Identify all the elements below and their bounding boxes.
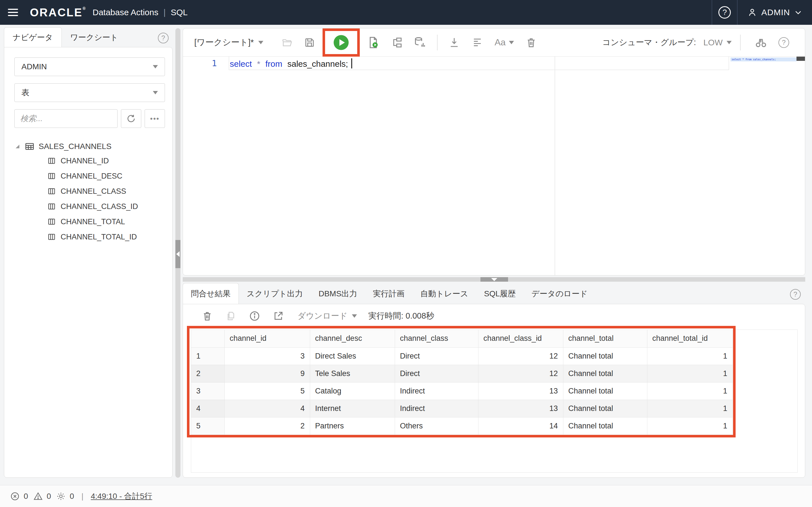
tree-node-sales-channels[interactable]: SALES_CHANNELS (14, 142, 165, 152)
info-button[interactable] (249, 311, 260, 322)
column-header[interactable]: channel_class (395, 330, 478, 347)
more-options-button[interactable]: ••• (145, 109, 165, 128)
cell-channel-total-id[interactable]: 1 (647, 400, 732, 417)
cell-channel-id[interactable]: 2 (224, 417, 310, 435)
table-row[interactable]: 5 2 Partners Others 14 Channel total 1 (191, 417, 732, 435)
format-button[interactable] (471, 37, 483, 48)
worksheet-name-dropdown[interactable]: [ワークシート]* (194, 37, 263, 48)
cell-channel-total[interactable]: Channel total (563, 382, 647, 400)
copy-results-button[interactable] (225, 311, 237, 322)
save-button[interactable] (304, 37, 315, 48)
worksheet-help-button[interactable]: ? (778, 37, 789, 48)
schema-select[interactable]: ADMIN (14, 57, 165, 76)
cell-channel-class-id[interactable]: 14 (478, 417, 563, 435)
discard-results-button[interactable] (202, 311, 213, 322)
cell-channel-total-id[interactable]: 1 (647, 347, 732, 365)
cell-channel-id[interactable]: 5 (224, 382, 310, 400)
find-button[interactable] (755, 36, 767, 49)
explain-plan-button[interactable] (391, 37, 403, 48)
hamburger-menu-icon[interactable] (8, 9, 18, 16)
tab-sql-history[interactable]: SQL履歴 (476, 283, 523, 304)
run-script-button[interactable] (367, 36, 379, 49)
info-icon (249, 311, 260, 322)
tab-script-output[interactable]: スクリプト出力 (239, 283, 311, 304)
clear-worksheet-button[interactable] (525, 37, 537, 48)
column-header[interactable]: channel_total (563, 330, 647, 347)
results-collapse-handle[interactable] (480, 277, 508, 282)
cell-channel-desc[interactable]: Partners (310, 417, 395, 435)
open-in-new-button[interactable] (273, 311, 284, 322)
cell-channel-class[interactable]: Indirect (395, 400, 478, 417)
download-results-dropdown[interactable]: ダウンロード (297, 311, 357, 322)
table-row[interactable]: 3 5 Catalog Indirect 13 Channel total 1 (191, 382, 732, 400)
tree-column-channel-class[interactable]: CHANNEL_CLASS (14, 184, 165, 199)
column-header[interactable]: channel_total_id (647, 330, 732, 347)
cell-channel-total[interactable]: Channel total (563, 365, 647, 382)
object-type-select[interactable]: 表 (14, 83, 165, 102)
cell-channel-desc[interactable]: Direct Sales (310, 347, 395, 365)
editor-minimap[interactable]: select * from sales_channels; (730, 57, 797, 61)
cell-channel-class[interactable]: Direct (395, 365, 478, 382)
cell-channel-class-id[interactable]: 12 (478, 365, 563, 382)
cell-channel-class[interactable]: Indirect (395, 382, 478, 400)
row-number-header[interactable] (191, 330, 224, 347)
cell-channel-class[interactable]: Direct (395, 347, 478, 365)
explain-plan-icon (391, 37, 403, 48)
tab-dbms-output[interactable]: DBMS出力 (311, 283, 365, 304)
cell-channel-desc[interactable]: Catalog (310, 382, 395, 400)
cell-channel-id[interactable]: 4 (224, 400, 310, 417)
history-timestamp-link[interactable]: 4:49:10 - 合計5行 (91, 491, 152, 502)
editor-scrollbar-thumb[interactable] (797, 57, 805, 61)
cell-channel-desc[interactable]: Tele Sales (310, 365, 395, 382)
column-header[interactable]: channel_id (224, 330, 310, 347)
tab-explain-plan[interactable]: 実行計画 (365, 283, 412, 304)
column-header[interactable]: channel_desc (310, 330, 395, 347)
user-menu[interactable]: ADMIN (738, 7, 812, 17)
cell-channel-id[interactable]: 9 (224, 365, 310, 382)
sql-editor[interactable]: 1 select * from sales_channels; select *… (183, 57, 805, 275)
table-row[interactable]: 1 3 Direct Sales Direct 12 Channel total… (191, 347, 732, 365)
cell-channel-total-id[interactable]: 1 (647, 365, 732, 382)
cell-channel-total[interactable]: Channel total (563, 400, 647, 417)
cell-channel-total[interactable]: Channel total (563, 347, 647, 365)
tab-worksheet[interactable]: ワークシート (62, 27, 127, 47)
table-row[interactable]: 2 9 Tele Sales Direct 12 Channel total 1 (191, 365, 732, 382)
refresh-button[interactable] (121, 109, 141, 128)
help-icon: ? (778, 37, 789, 48)
cell-channel-desc[interactable]: Internet (310, 400, 395, 417)
cell-channel-total-id[interactable]: 1 (647, 382, 732, 400)
column-header[interactable]: channel_class_id (478, 330, 563, 347)
cell-channel-class-id[interactable]: 12 (478, 347, 563, 365)
cell-channel-class-id[interactable]: 13 (478, 400, 563, 417)
tab-navigator[interactable]: ナビゲータ (4, 27, 62, 47)
open-file-button[interactable] (282, 37, 293, 48)
tree-column-channel-class-id[interactable]: CHANNEL_CLASS_ID (14, 199, 165, 214)
tree-column-channel-id[interactable]: CHANNEL_ID (14, 153, 165, 168)
run-statement-button[interactable] (333, 34, 349, 51)
consumer-group-select[interactable]: LOW (703, 38, 732, 47)
sidebar-collapse-handle[interactable] (175, 240, 181, 268)
download-editor-button[interactable] (448, 37, 460, 48)
tree-column-channel-total-id[interactable]: CHANNEL_TOTAL_ID (14, 229, 165, 244)
results-splitter[interactable] (183, 277, 805, 282)
table-row[interactable]: 4 4 Internet Indirect 13 Channel total 1 (191, 400, 732, 417)
cell-channel-class[interactable]: Others (395, 417, 478, 435)
tab-data-load[interactable]: データのロード (523, 283, 596, 304)
search-input[interactable] (14, 109, 117, 128)
tab-query-result[interactable]: 問合せ結果 (183, 283, 239, 304)
cell-channel-class-id[interactable]: 13 (478, 382, 563, 400)
help-button[interactable]: ? (712, 0, 737, 25)
tab-autotrace[interactable]: 自動トレース (412, 283, 476, 304)
autotrace-button[interactable] (414, 36, 426, 49)
tree-column-channel-desc[interactable]: CHANNEL_DESC (14, 168, 165, 184)
user-name: ADMIN (761, 8, 790, 17)
cell-channel-total-id[interactable]: 1 (647, 417, 732, 435)
font-size-button[interactable]: Aa (495, 37, 514, 48)
sidebar-help-icon[interactable]: ? (158, 33, 168, 43)
cell-channel-id[interactable]: 3 (224, 347, 310, 365)
process-counter: 0 (56, 492, 74, 501)
results-help-icon[interactable]: ? (790, 289, 801, 300)
sidebar-splitter[interactable] (175, 28, 181, 478)
tree-column-channel-total[interactable]: CHANNEL_TOTAL (14, 214, 165, 229)
cell-channel-total[interactable]: Channel total (563, 417, 647, 435)
